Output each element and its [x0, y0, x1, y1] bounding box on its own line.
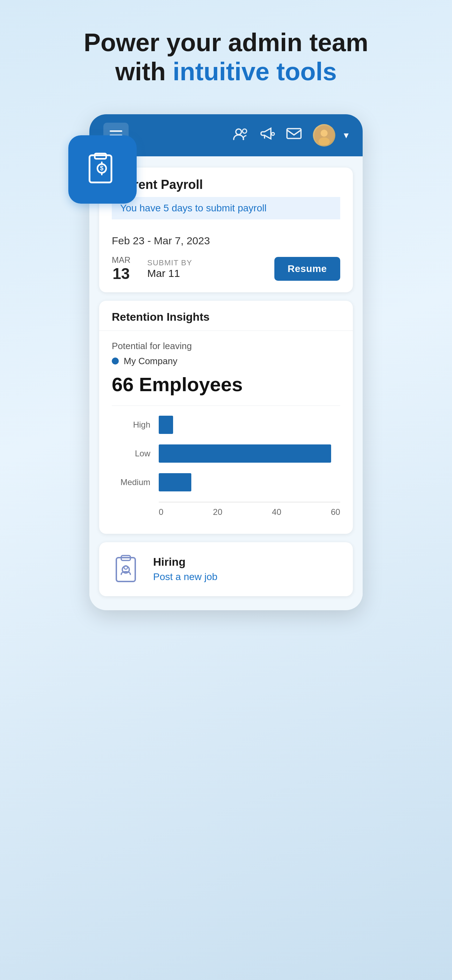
company-name: My Company	[124, 356, 177, 367]
resume-button[interactable]: Resume	[274, 257, 340, 281]
hiring-icon-wrap	[112, 554, 143, 585]
employees-count: 66 Employees	[112, 373, 340, 396]
hiring-text: Hiring Post a new job	[153, 555, 218, 582]
hero-line2-plain: with	[115, 57, 173, 86]
hiring-card: Hiring Post a new job	[99, 542, 353, 596]
payroll-icon-float: $	[68, 135, 137, 204]
hero-line2-accent: intuitive tools	[173, 57, 337, 86]
svg-point-6	[236, 129, 242, 135]
chart-bar-low	[159, 444, 331, 463]
navbar-icons: ▾	[233, 124, 349, 146]
chart-rows: High Low	[112, 416, 340, 502]
chart-row-high: High	[112, 416, 340, 434]
company-indicator: My Company	[112, 356, 340, 367]
divider	[112, 406, 340, 406]
content-area: Current Payroll You have 5 days to submi…	[89, 167, 363, 596]
payroll-month-label: MAR	[112, 255, 131, 265]
payroll-submit-by: SUBMIT BY Mar 11	[147, 258, 192, 279]
svg-point-8	[272, 132, 274, 135]
chart-axis-labels: 0 20 40 60	[159, 507, 340, 517]
svg-point-11	[321, 130, 328, 137]
hiring-title: Hiring	[153, 555, 218, 568]
axis-label-20: 20	[213, 507, 223, 517]
payroll-row: MAR 13 SUBMIT BY Mar 11 Resume	[112, 255, 340, 283]
svg-point-7	[242, 129, 247, 133]
phone-wrapper: $	[89, 114, 363, 610]
payroll-submit-date: Mar 11	[147, 267, 192, 279]
avatar-chevron-icon: ▾	[344, 129, 349, 141]
payroll-card: Current Payroll You have 5 days to submi…	[99, 167, 353, 292]
hero-title: Power your admin team with intuitive too…	[0, 28, 452, 86]
payroll-month-day: MAR 13	[112, 255, 131, 283]
hero-section: Power your admin team with intuitive too…	[0, 28, 452, 86]
chart-axis: 0 20 40 60	[159, 502, 340, 517]
svg-text:$: $	[100, 165, 103, 172]
axis-label-0: 0	[159, 507, 163, 517]
retention-card: Retention Insights Potential for leaving…	[99, 301, 353, 534]
axis-label-40: 40	[272, 507, 282, 517]
chart-bar-medium	[159, 473, 191, 492]
retention-body: Potential for leaving My Company 66 Empl…	[99, 331, 353, 534]
megaphone-icon[interactable]	[259, 127, 275, 143]
payroll-dates: Feb 23 - Mar 7, 2023 MAR 13 SUBMIT BY Ma…	[99, 225, 353, 292]
chart-bar-container-low	[159, 444, 340, 463]
payroll-date-group: MAR 13 SUBMIT BY Mar 11	[112, 255, 192, 283]
potential-label: Potential for leaving	[112, 341, 340, 352]
payroll-title: Current Payroll	[112, 177, 340, 192]
payroll-day-number: 13	[113, 265, 130, 283]
menu-line1	[110, 130, 122, 132]
svg-rect-9	[287, 129, 301, 138]
chart-bar-container-high	[159, 416, 340, 434]
payroll-submit-label: SUBMIT BY	[147, 258, 192, 267]
payroll-header: Current Payroll You have 5 days to submi…	[99, 167, 353, 225]
hiring-icon	[113, 554, 142, 585]
hero-line1: Power your admin team	[84, 29, 368, 56]
chart-label-high: High	[112, 420, 150, 430]
axis-label-60: 60	[331, 507, 340, 517]
payroll-float-icon: $	[85, 152, 120, 187]
bar-chart: High Low	[112, 416, 340, 524]
chart-bar-high	[159, 416, 173, 434]
chart-bar-container-medium	[159, 473, 340, 492]
avatar[interactable]	[313, 124, 335, 146]
chart-row-low: Low	[112, 444, 340, 463]
chart-row-medium: Medium	[112, 473, 340, 492]
hiring-link[interactable]: Post a new job	[153, 571, 218, 582]
retention-header: Retention Insights	[99, 301, 353, 331]
retention-title: Retention Insights	[112, 310, 340, 323]
company-dot	[112, 358, 119, 364]
email-icon[interactable]	[286, 127, 302, 143]
svg-point-16	[124, 566, 127, 569]
people-icon[interactable]	[233, 127, 248, 143]
payroll-notice: You have 5 days to submit payroll	[112, 197, 340, 220]
payroll-period: Feb 23 - Mar 7, 2023	[112, 235, 340, 247]
chart-label-low: Low	[112, 449, 150, 458]
chart-label-medium: Medium	[112, 477, 150, 487]
